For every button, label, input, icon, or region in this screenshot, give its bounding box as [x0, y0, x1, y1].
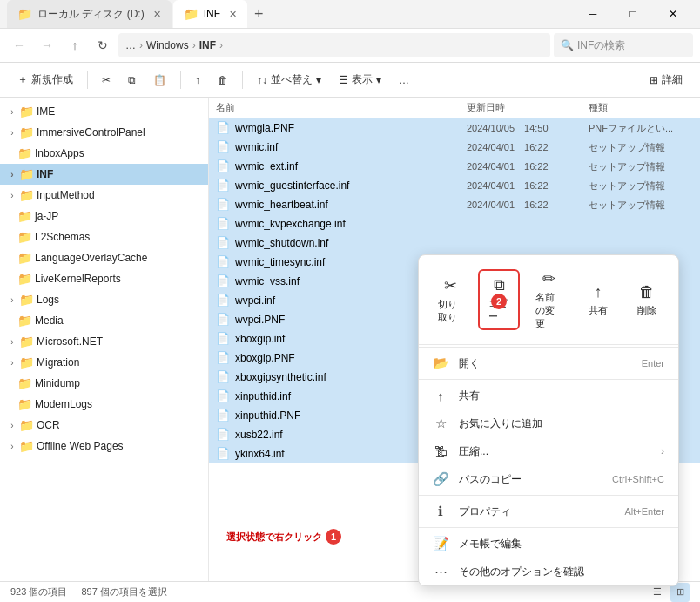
tab-inf-close[interactable]: ✕ [229, 9, 237, 20]
folder-icon: 📁 [17, 230, 31, 244]
file-row[interactable]: 📄 wvmic_shutdown.inf [209, 233, 700, 253]
sidebar-item-logs[interactable]: › 📁 Logs [0, 289, 208, 310]
file-icon: 📄 [216, 140, 230, 154]
annotation-num-2: 2 [491, 294, 507, 309]
file-row[interactable]: 📄 wvmgla.PNF 2024/10/05 14:50 PNFファイルとい.… [209, 118, 700, 138]
sort-arrow: ▾ [316, 74, 321, 86]
cm-favorite-item[interactable]: ☆ お気に入りに追加 [419, 409, 678, 437]
cm-share-action[interactable]: ↑ 共有 [577, 278, 619, 322]
file-row[interactable]: 📄 wvmic_ext.inf 2024/04/01 16:22 セットアップ情… [209, 157, 700, 176]
sidebar-label-logs: Logs [37, 294, 59, 306]
cm-compress-label: 圧縮... [459, 444, 650, 459]
cut-button[interactable]: ✂ [95, 71, 118, 90]
sidebar-item-jajp[interactable]: 📁 ja-JP [0, 206, 208, 227]
selected-count: 897 個の項目を選択 [81, 585, 166, 599]
sort-label: 並べ替え [271, 72, 313, 87]
folder-icon: 📁 [17, 314, 31, 328]
sidebar-item-languageoverlay[interactable]: 📁 LanguageOverlayCache [0, 247, 208, 268]
paste-button[interactable]: 📋 [146, 71, 173, 90]
tab-local-disk-close[interactable]: ✕ [153, 9, 161, 20]
search-box[interactable]: 🔍 INFの検索 [554, 33, 693, 57]
cm-notepad-item[interactable]: 📝 メモ帳で編集 [419, 530, 678, 558]
breadcrumb-bar[interactable]: … › Windows › INF › [118, 33, 550, 57]
file-icon: 📄 [216, 255, 230, 269]
maximize-button[interactable]: □ [613, 0, 653, 28]
folder-icon: 📁 [19, 125, 33, 139]
cm-pathcopy-item[interactable]: 🔗 パスのコピー Ctrl+Shift+C [419, 465, 678, 493]
sidebar-item-offlinewebpages[interactable]: › 📁 Offline Web Pages [0, 436, 208, 457]
sidebar-item-minidump[interactable]: 📁 Minidump [0, 373, 208, 394]
delete-icon: 🗑 [639, 283, 655, 301]
copy-button[interactable]: ⧉ [121, 71, 143, 90]
col-header-date[interactable]: 更新日時 [467, 101, 589, 114]
toolbar-sep1 [87, 71, 88, 89]
cut-icon: ✂ [102, 74, 111, 86]
filename: wvmic_ext.inf [235, 160, 467, 172]
sidebar-item-inboxapps[interactable]: 📁 InboxApps [0, 143, 208, 164]
col-header-name[interactable]: 名前 [216, 101, 467, 114]
details-label: 詳細 [662, 72, 683, 87]
notepad-icon: 📝 [433, 536, 448, 551]
expander-icon[interactable]: › [7, 106, 17, 117]
details-button[interactable]: ⊞ 詳細 [643, 69, 690, 91]
expander-icon[interactable]: › [7, 357, 17, 368]
breadcrumb-more: … [125, 39, 136, 51]
file-date: 2024/04/01 16:22 [467, 179, 589, 193]
cm-rename-action[interactable]: ✏ 名前の変更 [527, 264, 570, 335]
cm-share-label: 共有 [589, 304, 608, 317]
expander-icon[interactable]: › [7, 294, 17, 305]
expander-icon[interactable]: › [7, 420, 17, 430]
expander-icon[interactable]: › [7, 127, 17, 138]
view-button[interactable]: ☰ 表示 ▾ [332, 69, 388, 91]
expander-icon[interactable]: › [7, 336, 17, 347]
expander-icon[interactable]: › [7, 169, 17, 179]
cm-cut-action[interactable]: ✂ 切り取り [429, 271, 471, 329]
new-tab-button[interactable]: + [247, 5, 271, 24]
expander-icon[interactable]: › [7, 441, 17, 451]
cm-moreoptions-item[interactable]: ⋯ その他のオプションを確認 [419, 558, 678, 585]
tab-inf[interactable]: 📁 INF ✕ [173, 0, 247, 28]
forward-button[interactable]: → [35, 33, 59, 57]
cm-share2-item[interactable]: ↑ 共有 [419, 382, 678, 409]
cm-properties-item[interactable]: ℹ プロパティ Alt+Enter [419, 497, 678, 525]
file-row[interactable]: 📄 wvmic.inf 2024/04/01 16:22 セットアップ情報 [209, 138, 700, 157]
toolbar: ＋ 新規作成 ✂ ⧉ 📋 ↑ 🗑 ↑↓ 並べ替え ▾ ☰ 表示 ▾ … ⊞ 詳細 [0, 63, 700, 98]
tab-local-disk[interactable]: 📁 ローカル ディスク (D:) ✕ [7, 0, 172, 28]
up-button[interactable]: ↑ [63, 33, 87, 57]
file-icon: 📄 [216, 409, 230, 423]
sidebar-item-migration[interactable]: › 📁 Migration [0, 352, 208, 373]
sidebar-item-ocr[interactable]: › 📁 OCR [0, 415, 208, 436]
file-row[interactable]: 📄 wvmic_kvpexchange.inf [209, 214, 700, 233]
cm-pathcopy-label: パスのコピー [459, 472, 602, 487]
sidebar-item-ime[interactable]: › 📁 IME [0, 101, 208, 122]
expander-icon[interactable]: › [7, 190, 17, 200]
more-button[interactable]: … [392, 71, 416, 90]
sidebar-item-inputmethod[interactable]: › 📁 InputMethod [0, 185, 208, 206]
sidebar-item-livekernelreports[interactable]: 📁 LiveKernelReports [0, 268, 208, 289]
refresh-button[interactable]: ↻ [91, 33, 115, 57]
new-button[interactable]: ＋ 新規作成 [10, 69, 80, 91]
sidebar-label-ocr: OCR [37, 419, 60, 431]
sidebar-item-inf[interactable]: › 📁 INF [0, 164, 208, 185]
sidebar-item-modemlogs[interactable]: 📁 ModemLogs [0, 394, 208, 415]
sidebar-item-media[interactable]: 📁 Media [0, 310, 208, 331]
cm-open-item[interactable]: 📂 開く Enter [419, 349, 678, 377]
sidebar-item-immersive[interactable]: › 📁 ImmersiveControlPanel [0, 122, 208, 143]
folder-icon: 📁 [19, 293, 33, 307]
minimize-button[interactable]: ─ [573, 0, 613, 28]
file-row[interactable]: 📄 wvmic_heartbeat.inf 2024/04/01 16:22 セ… [209, 195, 700, 214]
addressbar: ← → ↑ ↻ … › Windows › INF › 🔍 INFの検索 [0, 28, 700, 63]
cm-compress-item[interactable]: 🗜 圧縮... › [419, 437, 678, 465]
sort-button[interactable]: ↑↓ 並べ替え ▾ [250, 69, 328, 91]
sidebar-item-l2schemas[interactable]: 📁 L2Schemas [0, 227, 208, 247]
cm-delete-label: 削除 [637, 304, 656, 317]
close-button[interactable]: ✕ [653, 0, 693, 28]
folder-icon: 📁 [17, 251, 31, 265]
share-button[interactable]: ↑ [188, 71, 207, 90]
delete-button[interactable]: 🗑 [211, 71, 235, 90]
file-row[interactable]: 📄 wvmic_guestinterface.inf 2024/04/01 16… [209, 176, 700, 195]
sidebar-item-microsoftnet[interactable]: › 📁 Microsoft.NET [0, 331, 208, 352]
col-header-type[interactable]: 種類 [589, 101, 693, 114]
back-button[interactable]: ← [7, 33, 31, 57]
cm-delete-action[interactable]: 🗑 削除 [626, 278, 668, 322]
